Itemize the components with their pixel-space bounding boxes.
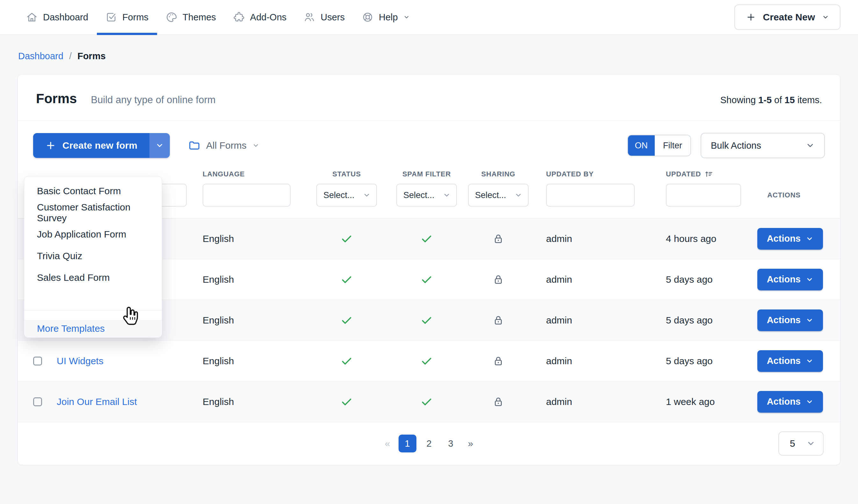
create-form-dropdown-toggle[interactable] [149, 133, 170, 158]
column-header-spam-filter: SPAM FILTER [387, 170, 466, 178]
status-check-icon [306, 355, 387, 367]
menu-item-basic-contact-form[interactable]: Basic Contact Form [24, 180, 162, 202]
row-checkbox[interactable] [33, 397, 42, 406]
row-actions-button[interactable]: Actions [757, 269, 823, 290]
create-new-button[interactable]: Create New [734, 4, 841, 30]
chevron-down-icon [443, 191, 450, 199]
life-ring-icon [362, 12, 374, 23]
bulk-actions-select[interactable]: Bulk Actions [701, 133, 825, 158]
menu-item-sales-lead-form[interactable]: Sales Lead Form [24, 267, 162, 289]
breadcrumb-dashboard-link[interactable]: Dashboard [18, 51, 63, 62]
updated-cell: 4 hours ago [650, 233, 743, 244]
nav-label: Forms [122, 12, 148, 22]
status-filter-select[interactable]: Select... [316, 184, 377, 207]
spam-check-icon [387, 355, 466, 367]
language-cell: English [196, 356, 306, 367]
nav-label: Help [379, 12, 398, 22]
menu-item-trivia-quiz[interactable]: Trivia Quiz [24, 245, 162, 267]
nav-label: Add-Ons [250, 12, 286, 22]
chevron-down-icon [363, 191, 370, 199]
row-actions-button[interactable]: Actions [757, 391, 823, 412]
per-page-select[interactable]: 5 [778, 432, 824, 456]
lock-icon [466, 355, 530, 367]
updated-cell: 5 days ago [650, 274, 743, 285]
pagination-bar: « 1 2 3 » 5 [18, 422, 840, 465]
chevron-down-icon [252, 142, 259, 149]
nav-item-users[interactable]: Users [295, 0, 353, 34]
breadcrumb: Dashboard / Forms [0, 35, 858, 62]
home-icon [26, 12, 37, 23]
updated-filter-input[interactable] [666, 184, 741, 207]
panel-header: Forms Build any type of online form Show… [18, 75, 840, 121]
folder-icon [188, 140, 201, 151]
updated-cell: 5 days ago [650, 356, 743, 367]
chevron-down-icon [806, 235, 813, 243]
status-check-icon [306, 233, 387, 245]
pagination-page-3[interactable]: 3 [442, 435, 460, 452]
bulk-actions-label: Bulk Actions [711, 141, 761, 151]
pagination-prev-button[interactable]: « [380, 438, 395, 449]
per-page-value: 5 [790, 438, 795, 449]
menu-item-customer-satisfaction-survey[interactable]: Customer Satisfaction Survey [24, 202, 162, 224]
create-form-split-button: Create new form [33, 133, 170, 158]
palette-icon [166, 12, 177, 23]
sharing-filter-select[interactable]: Select... [468, 184, 528, 207]
table-row: UI Widgets English admin 5 days ago Acti… [18, 341, 840, 381]
form-name-link[interactable]: UI Widgets [57, 356, 104, 367]
nav-label: Themes [182, 12, 216, 22]
nav-item-add-ons[interactable]: Add-Ons [225, 0, 295, 34]
users-icon [304, 12, 315, 23]
nav-item-themes[interactable]: Themes [157, 0, 225, 34]
updated-by-cell: admin [530, 356, 650, 367]
pager: « 1 2 3 » [380, 435, 478, 452]
pagination-page-2[interactable]: 2 [420, 435, 438, 452]
top-nav: Dashboard Forms Themes Add-Ons Users [0, 0, 858, 35]
page-subtitle: Build any type of online form [91, 94, 216, 106]
filter-toggle-state: ON [628, 135, 655, 156]
menu-item-job-application-form[interactable]: Job Application Form [24, 224, 162, 245]
language-cell: English [196, 315, 306, 326]
chevron-down-icon [806, 439, 815, 448]
nav-item-forms[interactable]: Forms [97, 0, 157, 34]
chevron-down-icon [403, 14, 410, 20]
lock-icon [466, 396, 530, 408]
nav-item-help[interactable]: Help [353, 0, 418, 34]
pagination-next-button[interactable]: » [464, 438, 478, 449]
spam-filter-select[interactable]: Select... [396, 184, 457, 207]
table-row: Join Our Email List English admin 1 week… [18, 381, 840, 422]
updated-sort-control[interactable]: UPDATED [666, 170, 713, 179]
chevron-down-icon [806, 316, 813, 324]
status-check-icon [306, 274, 387, 286]
main-nav: Dashboard Forms Themes Add-Ons Users [17, 0, 418, 34]
form-name-link[interactable]: Join Our Email List [57, 396, 137, 407]
row-actions-button[interactable]: Actions [757, 350, 823, 372]
nav-item-dashboard[interactable]: Dashboard [17, 0, 97, 34]
row-actions-button[interactable]: Actions [757, 309, 823, 331]
menu-footer: More Templates [24, 320, 162, 338]
column-header-sharing: SHARING [466, 170, 530, 178]
breadcrumb-current: Forms [77, 51, 106, 62]
updated-cell: 1 week ago [650, 396, 743, 407]
create-new-form-button[interactable]: Create new form [33, 133, 149, 158]
folder-filter[interactable]: All Forms [188, 140, 259, 151]
breadcrumb-separator: / [69, 51, 72, 62]
updated-by-filter-input[interactable] [546, 184, 635, 207]
language-cell: English [196, 274, 306, 285]
cursor-hand-icon [120, 306, 140, 326]
pagination-page-1[interactable]: 1 [399, 435, 416, 452]
column-header-updated: UPDATED [650, 170, 743, 179]
language-filter-input[interactable] [203, 184, 290, 207]
updated-cell: 5 days ago [650, 315, 743, 326]
chevron-down-icon [156, 141, 164, 150]
updated-by-cell: admin [530, 233, 650, 244]
create-form-template-menu: Basic Contact Form Customer Satisfaction… [24, 176, 162, 338]
filter-toggle[interactable]: ON Filter [627, 135, 692, 156]
status-check-icon [306, 314, 387, 326]
column-header-language: LANGUAGE [196, 170, 306, 178]
row-checkbox[interactable] [33, 357, 42, 365]
spam-check-icon [387, 274, 466, 286]
more-templates-link[interactable]: More Templates [37, 323, 105, 334]
create-new-label: Create New [763, 12, 815, 22]
nav-label: Dashboard [43, 12, 88, 22]
row-actions-button[interactable]: Actions [757, 228, 823, 249]
